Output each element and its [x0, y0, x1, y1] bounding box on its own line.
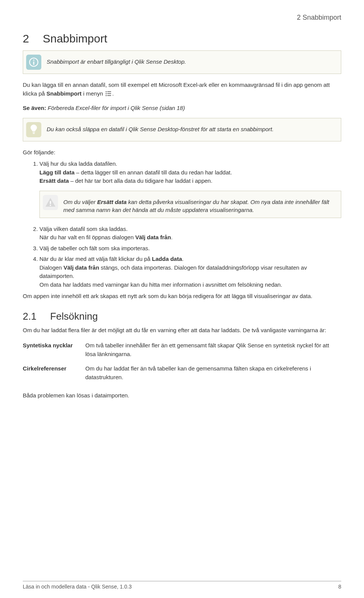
outro-paragraph: Om appen inte innehöll ett ark skapas et…	[23, 292, 341, 301]
section-title: Felsökning	[50, 311, 98, 322]
svg-point-1	[33, 60, 34, 61]
warning-callout: Om du väljer Ersätt data kan detta påver…	[39, 191, 341, 218]
lightbulb-icon	[26, 122, 41, 137]
chapter-title: Snabbimport	[43, 32, 107, 45]
steps-list: Välj hur du ska ladda datafilen. Lägg ti…	[23, 160, 341, 289]
section-intro: Om du har laddat flera filer är det möjl…	[23, 326, 341, 335]
section-heading: 2.1Felsökning	[23, 311, 341, 322]
svg-point-7	[105, 95, 107, 96]
footer-rule	[23, 581, 341, 581]
svg-rect-2	[33, 61, 35, 65]
definition-description: Om två tabeller innehåller fler än ett g…	[85, 338, 341, 361]
definition-table: Syntetiska nycklar Om två tabeller inneh…	[23, 338, 341, 385]
svg-rect-11	[50, 201, 51, 204]
list-item: Välj de tabeller och fält som ska import…	[39, 244, 341, 253]
list-menu-icon	[105, 90, 111, 99]
svg-point-5	[105, 93, 107, 94]
table-row: Cirkelreferenser Om du har laddat fler ä…	[23, 361, 341, 385]
warning-callout-text: Om du väljer Ersätt data kan detta påver…	[63, 195, 336, 214]
tip-callout: Du kan också släppa en datafil i Qlik Se…	[23, 118, 341, 141]
footer-doc-title: Läsa in och modellera data - Qlik Sense,…	[23, 584, 132, 590]
section-number: 2.1	[23, 311, 36, 322]
tip-callout-text: Du kan också släppa en datafil i Qlik Se…	[47, 122, 274, 133]
see-also-label: Se även:	[23, 105, 46, 111]
svg-rect-6	[107, 93, 111, 94]
menu-label-snabbimport: Snabbimport	[47, 90, 82, 97]
list-item: Välja vilken datafil som ska laddas. När…	[39, 225, 341, 242]
document-page: 2 Snabbimport 2Snabbimport Snabbimport ä…	[0, 0, 364, 598]
warning-icon	[43, 195, 58, 210]
chapter-heading: 2Snabbimport	[23, 32, 341, 45]
section-closing: Båda problemen kan lösas i dataimporten.	[23, 391, 341, 400]
chapter-number: 2	[23, 32, 29, 45]
page-footer: Läsa in och modellera data - Qlik Sense,…	[23, 581, 341, 590]
footer-page-number: 8	[338, 584, 341, 590]
see-also-link[interactable]: Förbereda Excel-filer för import i Qlik …	[46, 105, 185, 111]
definition-term: Syntetiska nycklar	[23, 338, 85, 361]
running-header: 2 Snabbimport	[23, 14, 341, 22]
see-also: Se även: Förbereda Excel-filer för impor…	[23, 104, 341, 113]
list-item: När du är klar med att välja fält klicka…	[39, 255, 341, 289]
info-icon	[26, 55, 41, 70]
steps-intro: Gör följande:	[23, 148, 341, 157]
list-item: Välj hur du ska ladda datafilen. Lägg ti…	[39, 160, 341, 218]
svg-rect-10	[33, 133, 35, 134]
definition-description: Om du har laddat fler än två tabeller ka…	[85, 361, 341, 385]
definition-term: Cirkelreferenser	[23, 361, 85, 385]
table-row: Syntetiska nycklar Om två tabeller inneh…	[23, 338, 341, 361]
info-callout-text: Snabbimport är enbart tillgängligt i Qli…	[47, 55, 186, 66]
svg-point-12	[50, 204, 51, 206]
info-callout: Snabbimport är enbart tillgängligt i Qli…	[23, 50, 341, 74]
svg-rect-8	[107, 95, 111, 96]
intro-paragraph: Du kan lägga till en annan datafil, som …	[23, 81, 341, 99]
svg-point-3	[105, 91, 107, 92]
svg-rect-4	[107, 91, 111, 92]
svg-rect-9	[33, 132, 35, 132]
